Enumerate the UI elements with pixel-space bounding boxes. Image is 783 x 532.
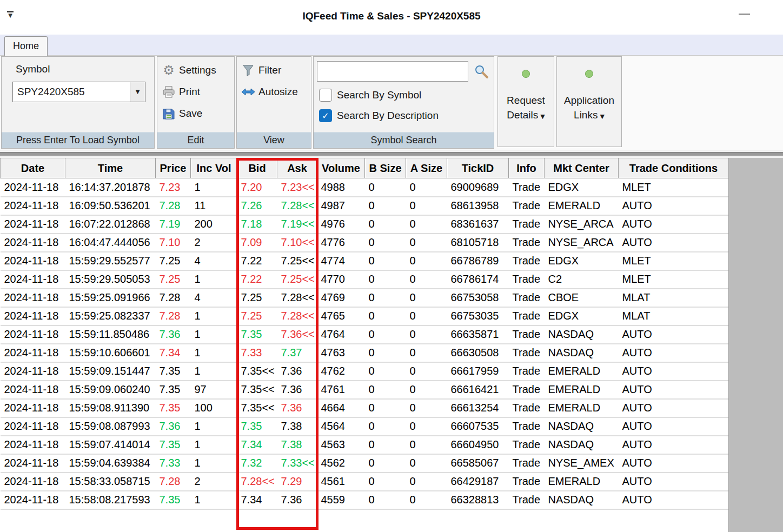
cell-b-size: 0 (365, 215, 406, 234)
cell-date: 2024-11-18 (1, 362, 65, 381)
column-header-price[interactable]: Price (156, 158, 191, 178)
cell-info: Trade (509, 197, 545, 215)
cell-mkt-center: NYSE_ARCA (545, 234, 619, 252)
column-header-a-size[interactable]: A Size (406, 158, 447, 178)
autosize-button[interactable]: Autosize (241, 83, 298, 101)
table-row[interactable]: 2024-11-1815:59:08.0879937.3617.357.3845… (1, 417, 729, 436)
cell-inc-vol: 1 (191, 270, 237, 289)
cell-info: Trade (509, 436, 545, 454)
ribbon-group-edit: ⚙ Settings Print (157, 56, 235, 149)
column-header-info[interactable]: Info (509, 158, 545, 178)
window-title: IQFeed Time & Sales - SPY2420X585 (0, 10, 783, 22)
filter-button[interactable]: Filter (241, 61, 281, 79)
table-row[interactable]: 2024-11-1815:59:25.0919667.2847.257.28<<… (1, 289, 729, 307)
column-header-inc-vol[interactable]: Inc Vol (191, 158, 237, 178)
cell-ask: 7.36 (277, 399, 317, 417)
checkbox-box-search-by-symbol[interactable]: ✓ (319, 89, 332, 102)
settings-button[interactable]: ⚙ Settings (162, 61, 216, 79)
cell-a-size: 0 (406, 381, 447, 399)
table-row[interactable]: 2024-11-1815:59:07.4140147.3517.347.3845… (1, 436, 729, 454)
cell-ask: 7.10<< (277, 234, 317, 252)
column-header-tickid[interactable]: TickID (447, 158, 509, 178)
table-row[interactable]: 2024-11-1816:09:50.5362017.28117.267.28<… (1, 197, 729, 215)
cell-price: 7.28 (156, 289, 191, 307)
column-header-bid[interactable]: Bid (237, 158, 277, 178)
minimize-button[interactable] (737, 10, 752, 19)
cell-tick-id: 66786174 (447, 270, 509, 289)
symbol-combobox-arrow-icon[interactable]: ▼ (130, 82, 145, 102)
table-row[interactable]: 2024-11-1815:59:04.6393847.3317.327.33<<… (1, 454, 729, 473)
cell-time: 15:59:11.850486 (65, 325, 156, 344)
column-header-ask[interactable]: Ask (277, 158, 317, 178)
cell-price: 7.23 (156, 178, 191, 197)
checkbox-box-search-by-description[interactable]: ✓ (319, 109, 332, 122)
cell-tick-id: 66328813 (447, 491, 509, 509)
cell-a-size: 0 (406, 289, 447, 307)
column-header-volume[interactable]: Volume (317, 158, 365, 178)
checkbox-search-by-symbol[interactable]: ✓ Search By Symbol (319, 88, 421, 103)
cell-price: 7.35 (156, 491, 191, 509)
table-row[interactable]: 2024-11-1815:59:29.5525777.2547.227.25<<… (1, 252, 729, 270)
cell-b-size: 0 (365, 270, 406, 289)
cell-time: 16:07:22.012868 (65, 215, 156, 234)
cell-ask: 7.29 (277, 473, 317, 491)
application-links-button[interactable]: Application Links▼ (556, 56, 622, 147)
table-row[interactable]: 2024-11-1815:59:10.6066017.3417.337.3747… (1, 344, 729, 362)
table-row[interactable]: 2024-11-1815:59:08.9113907.351007.35<<7.… (1, 399, 729, 417)
cell-a-size: 0 (406, 399, 447, 417)
table-row[interactable]: 2024-11-1815:59:25.0823377.2817.257.28<<… (1, 307, 729, 325)
cell-b-size: 0 (365, 197, 406, 215)
cell-a-size: 0 (406, 436, 447, 454)
column-header-mkt-center[interactable]: Mkt Center (545, 158, 619, 178)
search-button[interactable] (470, 61, 492, 82)
cell-trade-conditions: AUTO (619, 325, 729, 344)
view-group-caption: View (237, 132, 311, 148)
cell-b-size: 0 (365, 325, 406, 344)
column-header-b-size[interactable]: B Size (365, 158, 406, 178)
ribbon-group-view: Filter Autosize View (236, 56, 311, 149)
cell-bid: 7.35 (237, 325, 277, 344)
cell-a-size: 0 (406, 252, 447, 270)
cell-b-size: 0 (365, 399, 406, 417)
table-row[interactable]: 2024-11-1815:59:09.1514477.3517.35<<7.36… (1, 362, 729, 381)
table-row[interactable]: 2024-11-1815:59:11.8504867.3617.357.36<<… (1, 325, 729, 344)
cell-trade-conditions: MLET (619, 270, 729, 289)
table-row[interactable]: 2024-11-1816:07:22.0128687.192007.187.19… (1, 215, 729, 234)
symbol-search-input[interactable] (317, 61, 468, 82)
checkbox-search-by-description[interactable]: ✓ Search By Description (319, 108, 439, 123)
symbol-group-caption: Press Enter To Load Symbol (2, 132, 154, 148)
application-links-label-line1: Application (564, 93, 614, 108)
cell-b-size: 0 (365, 344, 406, 362)
table-row[interactable]: 2024-11-1815:59:09.0602407.35977.35<<7.3… (1, 381, 729, 399)
cell-price: 7.36 (156, 325, 191, 344)
cell-b-size: 0 (365, 234, 406, 252)
cell-ask: 7.25<< (277, 270, 317, 289)
symbol-combobox[interactable]: SPY2420X585 ▼ (12, 82, 145, 102)
cell-mkt-center: EMERALD (545, 473, 619, 491)
table-row[interactable]: 2024-11-1815:58:08.2175937.3517.347.3645… (1, 491, 729, 509)
print-button[interactable]: Print (162, 83, 200, 101)
table-row[interactable]: 2024-11-1816:14:37.2018787.2317.207.23<<… (1, 178, 729, 197)
cell-inc-vol: 1 (191, 454, 237, 473)
request-details-button[interactable]: Request Details▼ (497, 56, 554, 147)
column-header-trade-conditions[interactable]: Trade Conditions (619, 158, 729, 178)
check-icon: ✓ (322, 111, 329, 121)
cell-mkt-center: C2 (545, 270, 619, 289)
column-header-time[interactable]: Time (65, 158, 156, 178)
table-row[interactable]: 2024-11-1815:59:29.5050537.2517.227.25<<… (1, 270, 729, 289)
cell-bid: 7.22 (237, 270, 277, 289)
cell-b-size: 0 (365, 178, 406, 197)
cell-bid: 7.34 (237, 436, 277, 454)
cell-ask: 7.36 (277, 491, 317, 509)
cell-info: Trade (509, 344, 545, 362)
cell-time: 15:59:25.082337 (65, 307, 156, 325)
cell-b-size: 0 (365, 454, 406, 473)
table-row[interactable]: 2024-11-1816:04:47.4440567.1027.097.10<<… (1, 234, 729, 252)
save-button[interactable]: Save (162, 104, 202, 123)
cell-time: 15:59:04.639384 (65, 454, 156, 473)
column-header-date[interactable]: Date (1, 158, 65, 178)
table-row[interactable]: 2024-11-1815:58:33.0587157.2827.28<<7.29… (1, 473, 729, 491)
tab-home[interactable]: Home (4, 36, 48, 56)
cell-mkt-center: NASDAQ (545, 417, 619, 436)
cell-a-size: 0 (406, 473, 447, 491)
